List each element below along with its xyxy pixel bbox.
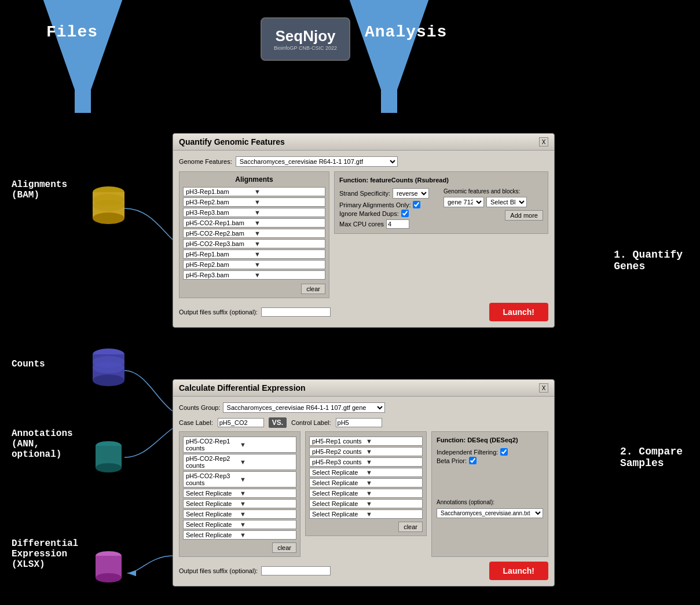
- svg-point-5: [93, 212, 124, 224]
- svg-point-7: [93, 194, 124, 206]
- function-label: Function: featureCounts (Rsubread): [339, 177, 543, 184]
- vs-label: VS.: [269, 417, 287, 428]
- function-box: Function: featureCounts (Rsubread) Stran…: [334, 171, 548, 234]
- quantify-launch-button[interactable]: Launch!: [489, 303, 548, 321]
- case-label: Case Label:: [179, 419, 213, 426]
- primary-alignments-label: Primary Alignments Only:: [339, 201, 411, 208]
- select-blk-select[interactable]: Select Blk: [486, 197, 527, 207]
- beta-prior-checkbox[interactable]: [469, 457, 477, 464]
- independent-filtering-checkbox[interactable]: [500, 448, 508, 456]
- ctrl-rep-4[interactable]: Select Replicate▼: [309, 478, 423, 487]
- diff-close-button[interactable]: X: [539, 383, 548, 393]
- genome-features-select[interactable]: Saccharomyces_cerevisiae R64-1-1 107.gtf: [236, 156, 398, 167]
- ctrl-rep-0[interactable]: pH5-Rep1 counts▼: [309, 437, 423, 446]
- bam-cylinder: [93, 185, 124, 226]
- independent-filtering-row: Independent Filtering:: [437, 448, 543, 456]
- strand-specificity-select[interactable]: reverse: [393, 188, 429, 199]
- beta-prior-label: Beta Prior:: [437, 457, 467, 464]
- ctrl-rep-5[interactable]: Select Replicate▼: [309, 489, 423, 498]
- annotations-label: Annotations (optional):: [437, 499, 543, 505]
- compare-label: 2. Compare Samples: [620, 446, 683, 469]
- case-rep-1[interactable]: pH5-CO2-Rep2 counts▼: [183, 454, 296, 470]
- bam-row-2[interactable]: pH3-Rep3.bam▼: [183, 208, 325, 217]
- bam-row-7[interactable]: pH5-Rep2.bam▼: [183, 260, 325, 269]
- ctrl-rep-7[interactable]: Select Replicate▼: [309, 509, 423, 519]
- genome-features-label: Genome Features:: [179, 158, 232, 165]
- gene-select[interactable]: gene 712: [444, 197, 484, 207]
- quantify-label: 1. Quantify Genes: [614, 249, 683, 272]
- diff-title: Calculate Differential Expression: [179, 383, 306, 393]
- alignments-section: Alignments pH3-Rep1.bam▼ pH3-Rep2.bam▼ p…: [179, 171, 329, 298]
- quantify-title: Quantify Genomic Features: [179, 137, 285, 146]
- logo-subtitle: BioinfoGP CNB-CSIC 2022: [274, 45, 337, 51]
- case-replicates-section: pH5-CO2-Rep1 counts▼ pH5-CO2-Rep2 counts…: [179, 431, 300, 557]
- ignore-dups-row: Ignore Marked Dups:: [339, 210, 439, 217]
- max-cpu-input[interactable]: [386, 219, 409, 229]
- ctrl-rep-6[interactable]: Select Replicate▼: [309, 499, 423, 508]
- control-label: Control Label:: [291, 419, 331, 426]
- case-rep-4[interactable]: Select Replicate▼: [183, 499, 296, 508]
- case-rep-6[interactable]: Select Replicate▼: [183, 520, 296, 529]
- logo-title: SeqNjoy: [275, 27, 335, 45]
- quantify-titlebar: Quantify Genomic Features X: [173, 134, 554, 151]
- annotations-select[interactable]: Saccharomyces_cerevisiae.ann.txt: [437, 508, 543, 518]
- case-rep-5[interactable]: Select Replicate▼: [183, 509, 296, 519]
- bam-row-3[interactable]: pH5-CO2-Rep1.bam▼: [183, 218, 325, 228]
- svg-point-18: [96, 573, 122, 582]
- ctrl-rep-3[interactable]: Select Replicate▼: [309, 468, 423, 477]
- counts-group-label: Counts Group:: [179, 404, 221, 411]
- deseq-function-section: Function: DESeq (DESeq2) Independent Fil…: [431, 431, 548, 557]
- counts-group-select[interactable]: Saccharomyces_cerevisiae R64-1-1 107.gtf…: [223, 402, 385, 413]
- beta-prior-row: Beta Prior:: [437, 457, 543, 464]
- case-rep-7[interactable]: Select Replicate▼: [183, 530, 296, 540]
- counts-cylinder: [93, 347, 124, 388]
- ctrl-rep-2[interactable]: pH5-Rep3 counts▼: [309, 457, 423, 467]
- annotations-cylinder: [96, 440, 122, 475]
- case-rep-0[interactable]: pH5-CO2-Rep1 counts▼: [183, 437, 296, 453]
- diff-output-suffix-label: Output files suffix (optional):: [179, 567, 258, 574]
- output-suffix-label: Output files suffix (optional):: [179, 309, 258, 316]
- diff-titlebar: Calculate Differential Expression X: [173, 380, 554, 397]
- bam-row-8[interactable]: pH5-Rep3.bam▼: [183, 270, 325, 280]
- bam-row-5[interactable]: pH5-CO2-Rep3.bam▼: [183, 239, 325, 248]
- ignore-dups-checkbox[interactable]: [401, 210, 409, 217]
- primary-alignments-row: Primary Alignments Only:: [339, 201, 439, 208]
- output-suffix-input[interactable]: [261, 307, 331, 317]
- independent-filtering-label: Independent Filtering:: [437, 449, 498, 456]
- ctrl-rep-1[interactable]: pH5-Rep2 counts▼: [309, 447, 423, 456]
- quantify-panel: Quantify Genomic Features X Genome Featu…: [173, 133, 555, 328]
- diff-output-suffix-input[interactable]: [261, 566, 331, 575]
- control-input[interactable]: [336, 418, 382, 427]
- annotations-label: Annotations (ANN, optional): [12, 428, 73, 460]
- strand-specificity-label: Strand Specificity:: [339, 190, 390, 197]
- max-cpu-label: Max CPU cores: [339, 221, 384, 228]
- primary-alignments-checkbox[interactable]: [413, 201, 420, 208]
- analysis-label: Analysis: [365, 23, 447, 41]
- logo-box: SeqNjoy BioinfoGP CNB-CSIC 2022: [261, 17, 350, 61]
- counts-label: Counts: [12, 359, 45, 369]
- alignments-label: Alignments (BAM): [12, 179, 67, 200]
- bam-row-0[interactable]: pH3-Rep1.bam▼: [183, 187, 325, 196]
- case-rep-3[interactable]: Select Replicate▼: [183, 489, 296, 498]
- case-clear-button[interactable]: clear: [272, 542, 296, 553]
- quantify-close-button[interactable]: X: [539, 137, 548, 146]
- case-rep-2[interactable]: pH5-CO2-Rep3 counts▼: [183, 471, 296, 487]
- add-more-button[interactable]: Add more: [505, 210, 543, 221]
- alignments-clear-button[interactable]: clear: [301, 284, 325, 294]
- diff-panel: Calculate Differential Expression X Coun…: [173, 379, 555, 586]
- bam-row-4[interactable]: pH5-CO2-Rep2.bam▼: [183, 229, 325, 238]
- files-label: Files: [46, 23, 98, 41]
- ctrl-clear-button[interactable]: clear: [398, 522, 423, 532]
- svg-point-10: [93, 375, 124, 386]
- alignments-header: Alignments: [183, 175, 325, 184]
- bam-row-6[interactable]: pH5-Rep1.bam▼: [183, 250, 325, 259]
- diff-expression-label: Differential Expression (XLSX): [12, 538, 78, 570]
- diff-launch-button[interactable]: Launch!: [489, 562, 548, 580]
- control-replicates-section: pH5-Rep1 counts▼ pH5-Rep2 counts▼ pH5-Re…: [305, 431, 427, 557]
- ignore-dups-label: Ignore Marked Dups:: [339, 210, 399, 217]
- svg-point-15: [96, 463, 122, 472]
- genomic-features-blk-label: Genomic features and blocks:: [444, 188, 543, 195]
- bam-row-1[interactable]: pH3-Rep2.bam▼: [183, 197, 325, 207]
- svg-point-12: [93, 356, 124, 368]
- case-input[interactable]: [218, 418, 264, 427]
